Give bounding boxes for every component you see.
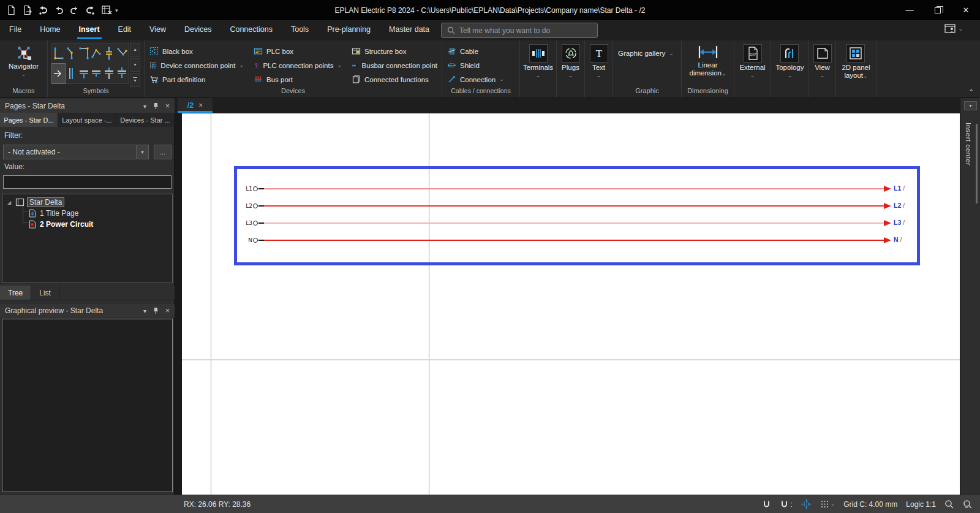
search-input[interactable]: Tell me what you want to do: [441, 23, 598, 38]
grid-toggle-button[interactable]: ⌄: [820, 500, 835, 509]
menu-insert[interactable]: Insert: [70, 20, 109, 40]
insert-device-dialog-icon[interactable]: [99, 3, 114, 18]
tab-devices[interactable]: Devices - Star ...: [116, 113, 175, 127]
plugs-button[interactable]: Plugs ⌄: [559, 43, 582, 87]
black-box-button[interactable]: Black box: [145, 44, 249, 58]
text-button[interactable]: T Text ⌄: [587, 43, 611, 87]
tab-pages[interactable]: Pages - Star D...: [0, 113, 58, 127]
qat-customize-chevron-icon[interactable]: ▾: [115, 7, 121, 13]
menu-edit[interactable]: Edit: [109, 20, 141, 40]
insert-center-scrollbar[interactable]: [976, 124, 978, 203]
tree-node-project[interactable]: ◢ Star Delta: [6, 197, 172, 208]
value-input[interactable]: [3, 175, 172, 189]
symbol-t-node3-icon[interactable]: [103, 64, 116, 84]
menu-pre-planning[interactable]: Pre-planning: [318, 20, 380, 40]
close-button[interactable]: ✕: [952, 0, 980, 20]
symbol-t-node1-icon[interactable]: [77, 64, 90, 84]
gallery-more-icon[interactable]: ▾: [130, 73, 140, 87]
menu-home[interactable]: Home: [31, 20, 69, 40]
object-snap-button[interactable]: :: [780, 500, 792, 509]
tree-node-title-page[interactable]: 1 Title Page: [28, 208, 172, 219]
maximize-button[interactable]: [924, 0, 952, 20]
cable-button[interactable]: Cable: [442, 44, 519, 58]
preview-panel-menu-icon[interactable]: ▾: [143, 308, 146, 314]
gallery-scroll-down-icon[interactable]: ▾: [130, 58, 140, 72]
symbol-corner-icon[interactable]: [52, 44, 65, 64]
zoom-100-button[interactable]: [963, 500, 973, 509]
preview-panel-close-icon[interactable]: ×: [165, 306, 170, 315]
redo-icon[interactable]: [67, 3, 82, 18]
workspace-layout-button[interactable]: ⌄: [944, 23, 963, 34]
filter-more-button[interactable]: ...: [154, 145, 172, 159]
symbol-double-bar-icon[interactable]: [65, 64, 78, 84]
wire-line[interactable]: [264, 240, 884, 241]
tree-expander-icon[interactable]: ◢: [6, 200, 12, 205]
symbol-angle-icon[interactable]: [65, 44, 78, 64]
symbol-t-node4-icon[interactable]: [115, 64, 128, 84]
symbol-capacitor-icon[interactable]: [103, 44, 116, 64]
preview-panel-pin-icon[interactable]: [153, 307, 159, 314]
undo-icon[interactable]: [51, 3, 66, 18]
tab-tree[interactable]: Tree: [0, 286, 31, 300]
menu-tools[interactable]: Tools: [282, 20, 318, 40]
new-page-icon[interactable]: [4, 3, 18, 18]
wire-line[interactable]: [264, 205, 884, 207]
ribbon-group-2d-panel-layout: 2D panellayout⌄: [836, 40, 876, 97]
wire-start-label: N: [232, 237, 252, 243]
ribbon-collapse-icon[interactable]: ⌃: [969, 88, 974, 95]
menu-connections[interactable]: Connections: [221, 20, 282, 40]
pages-panel-pin-icon[interactable]: [153, 102, 159, 110]
shield-button[interactable]: Shield: [442, 58, 519, 72]
2d-panel-layout-button[interactable]: 2D panellayout⌄: [839, 43, 872, 87]
structure-box-button[interactable]: Structure box: [347, 44, 442, 58]
menu-devices[interactable]: Devices: [175, 20, 221, 40]
wire-line[interactable]: [264, 222, 884, 224]
filter-chevron-icon[interactable]: ▾: [136, 145, 148, 159]
menu-master-data[interactable]: Master data: [380, 20, 439, 40]
terminals-button[interactable]: Terminals ⌄: [521, 43, 556, 87]
design-mode-button[interactable]: [801, 499, 812, 509]
page-tab-close-icon[interactable]: ×: [198, 101, 203, 110]
bus-port-button[interactable]: Bus port: [249, 72, 347, 86]
pages-panel-close-icon[interactable]: ×: [165, 102, 170, 110]
topology-button[interactable]: Topology ⌄: [773, 43, 806, 87]
undo-list-icon[interactable]: [36, 3, 50, 18]
tab-list-chevron-icon[interactable]: ▾: [964, 101, 977, 110]
tab-list[interactable]: List: [31, 286, 59, 300]
navigator-button[interactable]: Navigator ⌄: [6, 43, 41, 87]
wire-start-label: L2: [232, 203, 252, 209]
menu-view[interactable]: View: [140, 20, 175, 40]
tab-layout-space[interactable]: Layout space -...: [58, 113, 116, 127]
page-tab[interactable]: /2 ×: [178, 98, 213, 113]
connection-button[interactable]: Connection ⌄: [442, 72, 519, 86]
selection-rectangle[interactable]: [234, 166, 920, 265]
schematic-canvas[interactable]: L1 L1/ L2 L2/ L3 L3/: [175, 113, 960, 495]
plc-connection-points-button[interactable]: PLC connection points ⌄: [249, 58, 347, 72]
graphic-gallery-button[interactable]: Graphic gallery ⌄: [613, 47, 679, 60]
pages-panel-menu-icon[interactable]: ▾: [143, 103, 146, 110]
symbol-arrow-icon[interactable]: [52, 64, 65, 84]
external-button[interactable]: DXF External ⌄: [737, 43, 767, 87]
tree-node-power-circuit[interactable]: 2 Power Circuit: [28, 219, 172, 230]
filter-select[interactable]: - Not activated - ▾: [3, 145, 149, 159]
gallery-scroll-up-icon[interactable]: ▴: [130, 43, 140, 57]
wire-line[interactable]: [264, 188, 884, 189]
symbol-t-node2-icon[interactable]: [90, 64, 103, 84]
zoom-window-button[interactable]: [944, 500, 954, 509]
busbar-connection-point-button[interactable]: Busbar connection point: [347, 58, 442, 72]
copy-page-icon[interactable]: [20, 3, 34, 18]
insert-center-tab[interactable]: Insert center: [965, 123, 972, 165]
part-definition-button[interactable]: Part definition: [145, 72, 249, 86]
connected-functions-button[interactable]: Connected functions: [347, 72, 442, 86]
linear-dimension-button[interactable]: Lineardimension⌄: [687, 43, 729, 87]
symbol-corner2-icon[interactable]: [77, 44, 90, 64]
menu-file[interactable]: File: [0, 20, 31, 40]
symbol-branch-icon[interactable]: [115, 44, 128, 64]
snap-button[interactable]: [762, 500, 771, 509]
device-connection-point-button[interactable]: Device connection point ⌄: [145, 58, 249, 72]
minimize-button[interactable]: —: [895, 0, 924, 20]
view-button[interactable]: View ⌄: [811, 43, 834, 87]
plc-box-button[interactable]: PLC box: [249, 44, 347, 58]
redo-list-icon[interactable]: [83, 3, 98, 18]
symbol-node-icon[interactable]: [90, 44, 103, 64]
